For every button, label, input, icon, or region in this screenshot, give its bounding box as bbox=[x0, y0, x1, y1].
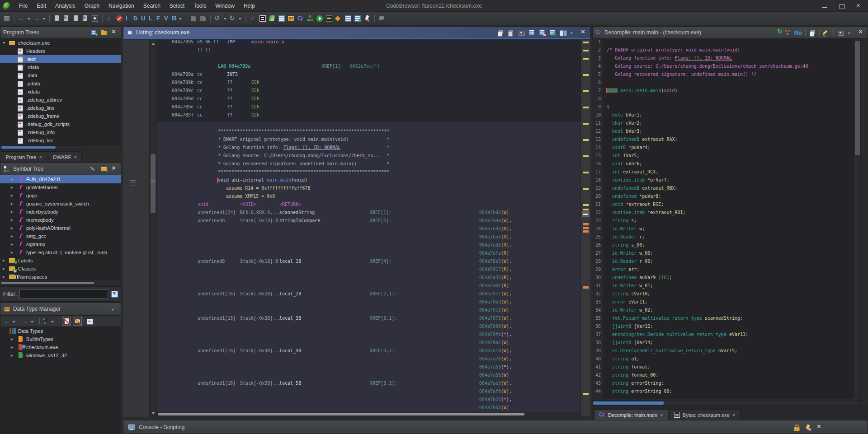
navigation-margin[interactable] bbox=[580, 40, 590, 416]
clearc-icon[interactable] bbox=[804, 424, 811, 431]
sep[interactable] bbox=[245, 14, 246, 23]
forward2-icon[interactable] bbox=[21, 317, 28, 325]
no-hand-icon[interactable] bbox=[73, 317, 82, 326]
dd-icon[interactable] bbox=[12, 317, 19, 325]
decompile-code-line[interactable]: { bbox=[607, 103, 851, 111]
chevron-icon[interactable] bbox=[11, 343, 17, 351]
tree-item[interactable]: Namespaces bbox=[0, 273, 121, 280]
listing-row[interactable]: LAB_004a789aXREF[1]:0062e7ec(*) bbox=[157, 62, 580, 70]
chevron-icon[interactable] bbox=[3, 257, 9, 265]
listing-vscrollbar[interactable] bbox=[149, 40, 156, 417]
dd-icon[interactable] bbox=[27, 14, 31, 23]
dd-icon[interactable] bbox=[179, 14, 183, 23]
tree-item[interactable]: .text bbox=[0, 55, 121, 63]
listing-row[interactable]: 004a7b4b(R), bbox=[157, 225, 580, 233]
decompile-code-line[interactable]: string errorString_00; bbox=[607, 387, 851, 396]
decompile-code-line[interactable]: char cVar2; bbox=[607, 119, 851, 127]
listing-row[interactable]: 004a7af9(W), bbox=[157, 387, 580, 396]
decompile-code-line[interactable]: undefined auVar9 [16]; bbox=[607, 274, 851, 282]
dd-icon[interactable] bbox=[570, 29, 577, 36]
chevron-icon[interactable] bbox=[11, 232, 17, 240]
program-trees-hscrollbar[interactable] bbox=[0, 145, 121, 149]
bytes-icon[interactable] bbox=[259, 14, 267, 23]
close-icon[interactable] bbox=[111, 29, 118, 36]
memory-icon[interactable] bbox=[278, 14, 286, 23]
close-icon[interactable] bbox=[111, 165, 118, 173]
refresh-icon[interactable] bbox=[777, 28, 784, 36]
func-in-icon[interactable] bbox=[189, 14, 198, 23]
listing-row[interactable]: 004a789fcc??CCh bbox=[157, 111, 580, 119]
listing-row[interactable]: ****************************************… bbox=[157, 127, 580, 135]
letter-B-icon[interactable] bbox=[171, 14, 177, 23]
dd-icon[interactable] bbox=[30, 317, 38, 325]
listing-row[interactable]: 004a7efa(R) bbox=[157, 249, 580, 257]
decompile-code-line[interactable]: Golang recovered signature: undefined ma… bbox=[607, 70, 851, 79]
letter-V-icon[interactable] bbox=[163, 14, 170, 23]
listing-row[interactable]: * Golang function info: Flags: [], ID: N… bbox=[157, 144, 580, 152]
decompile-code-line[interactable]: fmt.Fscanf_multivalue_return_type scanne… bbox=[607, 314, 851, 322]
tree-item[interactable]: Classes bbox=[0, 265, 121, 273]
chevron-icon[interactable] bbox=[3, 265, 9, 273]
tree-tab[interactable]: DWARF× bbox=[48, 151, 82, 162]
decompile-code-line[interactable] bbox=[607, 39, 851, 46]
menu-item[interactable]: File bbox=[14, 0, 32, 12]
undo-icon[interactable] bbox=[214, 14, 222, 23]
tree-item[interactable]: FUN_0047e21f bbox=[0, 175, 121, 183]
bottom-tab[interactable]: Bytes: checksum.exe× bbox=[669, 409, 741, 420]
tree-tab[interactable]: Program Tree× bbox=[1, 151, 47, 162]
diamond-icon[interactable] bbox=[335, 14, 343, 23]
tree-item[interactable]: Data Types bbox=[0, 327, 121, 335]
sep[interactable] bbox=[805, 29, 806, 36]
decompile-code-line[interactable]: os.UserCacheDir_multivalue_return_type o… bbox=[607, 347, 851, 355]
scroll-up-icon[interactable] bbox=[151, 42, 155, 45]
forward-icon[interactable] bbox=[33, 14, 41, 23]
listing-row[interactable] bbox=[157, 54, 580, 62]
tree-item[interactable]: type:.eq.struct_{_runtime.gList;_runti bbox=[0, 248, 121, 257]
decompile-code-line[interactable]: io.Reader r; bbox=[607, 233, 851, 241]
listing-row[interactable]: assume XMM15 = 0x0 bbox=[157, 192, 580, 201]
decompile-code-line[interactable]: string format; bbox=[607, 363, 851, 371]
dd-icon[interactable] bbox=[223, 14, 227, 23]
menu-item[interactable]: Tools bbox=[189, 0, 211, 12]
close-tab-icon[interactable]: × bbox=[39, 154, 42, 160]
tree-item[interactable]: memeqbody bbox=[0, 216, 121, 224]
save-icon[interactable] bbox=[3, 14, 11, 23]
decompile-code-line[interactable]: []uint8 [Var12; bbox=[607, 322, 851, 331]
sep[interactable] bbox=[186, 14, 186, 23]
decompile-hscrollbar[interactable] bbox=[592, 400, 861, 406]
decompile-code-line[interactable]: io.Reader r_00; bbox=[607, 257, 851, 266]
dd-icon[interactable] bbox=[238, 14, 242, 23]
window-icon[interactable] bbox=[86, 317, 93, 325]
chevron-icon[interactable] bbox=[11, 175, 17, 183]
table-icon[interactable] bbox=[528, 29, 535, 36]
tree-item[interactable]: BuiltInTypes bbox=[0, 335, 121, 343]
decompile-code-line[interactable]: encoding/hex.Decode_multivalue_return_ty… bbox=[607, 331, 851, 339]
dd-icon[interactable] bbox=[111, 305, 118, 313]
filter-input[interactable] bbox=[19, 289, 108, 299]
decompile-code-line[interactable]: void main::main.main(void) bbox=[607, 87, 851, 95]
sep[interactable] bbox=[374, 14, 375, 23]
listing-row[interactable]: undefined1[16]Stack[-0x58]...local_58XRE… bbox=[157, 379, 580, 387]
tree-item[interactable]: gogo bbox=[0, 191, 121, 200]
sep[interactable] bbox=[102, 14, 103, 23]
decompile-code-line[interactable]: error err; bbox=[607, 266, 851, 274]
decompile-code-line[interactable]: int iVar5; bbox=[607, 152, 851, 160]
balloon-icon[interactable] bbox=[378, 14, 386, 23]
close-window-icon[interactable] bbox=[856, 3, 862, 9]
menu-item[interactable]: Navigation bbox=[104, 0, 139, 12]
program-trees-header[interactable]: Program Trees bbox=[0, 26, 121, 39]
listing-row[interactable]: 004a7895e9 06 ffJMPmain::main.a bbox=[157, 40, 580, 46]
redo-icon[interactable] bbox=[229, 14, 237, 23]
menu-item[interactable]: Help bbox=[239, 0, 259, 12]
chevron-icon[interactable] bbox=[11, 351, 17, 359]
tree-item[interactable]: .zdebug_frame bbox=[0, 112, 121, 120]
menu-item[interactable]: Window bbox=[211, 0, 239, 12]
tree-item[interactable]: .zdebug_loc bbox=[0, 136, 121, 145]
symbol-tree-hscrollbar[interactable] bbox=[0, 281, 121, 285]
func-out-icon[interactable] bbox=[199, 14, 207, 23]
sep[interactable] bbox=[819, 29, 820, 36]
decompile-code-line[interactable]: string format_00; bbox=[607, 371, 851, 379]
tree-item[interactable]: .debug_gdb_scripts bbox=[0, 120, 121, 128]
decompile-code-line[interactable]: undefined *puVar8; bbox=[607, 192, 851, 201]
tree-item[interactable]: .zdebug_info bbox=[0, 128, 121, 136]
